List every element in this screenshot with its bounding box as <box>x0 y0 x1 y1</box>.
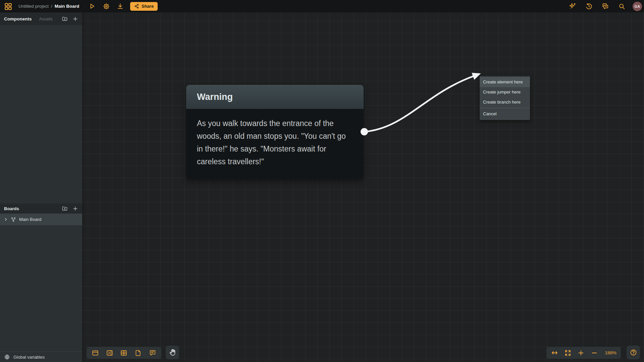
board-row-main-board[interactable]: Main Board <box>0 214 82 225</box>
comment-tool-icon[interactable] <box>147 348 158 358</box>
breadcrumb-project[interactable]: Untitled project <box>18 4 49 9</box>
breadcrumb: Untitled project / Main Board <box>18 0 79 12</box>
zoom-level-value[interactable]: 188% <box>605 350 616 355</box>
search-icon[interactable] <box>616 2 627 11</box>
play-button[interactable] <box>87 2 98 11</box>
zoom-controls: 188% <box>546 347 621 359</box>
fit-screen-icon[interactable] <box>564 348 572 358</box>
board-row-label: Main Board <box>19 217 41 222</box>
app-window: Untitled project / Main Board <box>0 0 644 362</box>
menu-item-create-branch[interactable]: Create branch here <box>480 97 530 107</box>
boards-list: Main Board <box>0 214 82 352</box>
boards-header-label: Boards <box>4 206 19 211</box>
add-component-plus-icon[interactable] <box>72 16 78 22</box>
element-card-title: Warning <box>197 92 233 102</box>
element-tool-icon[interactable] <box>90 348 101 358</box>
tab-components[interactable]: Components <box>4 16 32 21</box>
global-variables-label: Global variables <box>13 355 45 360</box>
app-logo-grid-icon[interactable] <box>4 2 12 11</box>
components-panel-header: Components Assets <box>0 12 82 25</box>
add-board-plus-icon[interactable] <box>72 205 78 212</box>
branch-tool-icon[interactable] <box>118 348 129 358</box>
jumper-tool-icon[interactable] <box>104 348 115 358</box>
element-card-header: Warning <box>186 85 364 109</box>
connection-curve[interactable] <box>364 76 474 132</box>
topbar: Untitled project / Main Board <box>0 0 644 12</box>
share-nodes-icon <box>134 4 139 9</box>
global-variables-button[interactable]: Global variables <box>0 352 82 362</box>
boards-panel-header: Boards <box>0 203 82 214</box>
element-card-body: As you walk towards the entrance of the … <box>186 109 364 179</box>
ai-sparkle-icon[interactable] <box>567 2 578 11</box>
chevron-right-icon[interactable] <box>4 218 8 221</box>
menu-item-create-jumper[interactable]: Create jumper here <box>480 87 530 97</box>
fit-width-icon[interactable] <box>551 348 558 358</box>
element-card[interactable]: Warning As you walk towards the entrance… <box>186 85 364 179</box>
breadcrumb-board[interactable]: Main Board <box>55 4 79 9</box>
export-download-icon[interactable] <box>115 2 126 11</box>
zoom-in-icon[interactable] <box>577 348 585 358</box>
settings-gear-icon[interactable] <box>101 2 112 11</box>
bottom-toolbar <box>87 347 161 359</box>
breadcrumb-separator: / <box>51 4 52 9</box>
user-avatar[interactable]: GA <box>633 2 642 11</box>
connection-arrow <box>82 12 644 362</box>
share-button-label: Share <box>142 4 154 9</box>
board-canvas[interactable]: Warning As you walk towards the entrance… <box>82 12 644 362</box>
components-list-empty[interactable] <box>0 25 82 203</box>
comments-icon[interactable] <box>600 2 611 11</box>
add-board-folder-icon[interactable] <box>62 205 68 212</box>
tab-assets[interactable]: Assets <box>39 16 53 21</box>
connection-context-menu: Create element here Create jumper here C… <box>480 76 530 120</box>
history-icon[interactable] <box>583 2 594 11</box>
menu-item-cancel[interactable]: Cancel <box>480 108 530 119</box>
zoom-out-icon[interactable] <box>590 348 598 358</box>
menu-item-create-element[interactable]: Create element here <box>480 77 530 87</box>
add-folder-icon[interactable] <box>62 16 68 22</box>
pan-tool-hand-icon[interactable] <box>166 346 179 359</box>
question-circle-icon <box>630 349 637 356</box>
sidebar: Components Assets Boards <box>0 12 82 362</box>
topbar-actions: Share <box>87 2 158 11</box>
board-flow-icon <box>11 217 16 222</box>
note-tool-icon[interactable] <box>132 348 144 358</box>
globe-icon <box>4 354 10 360</box>
topbar-right: GA <box>567 0 642 12</box>
share-button[interactable]: Share <box>130 2 158 11</box>
help-button[interactable] <box>627 346 640 359</box>
